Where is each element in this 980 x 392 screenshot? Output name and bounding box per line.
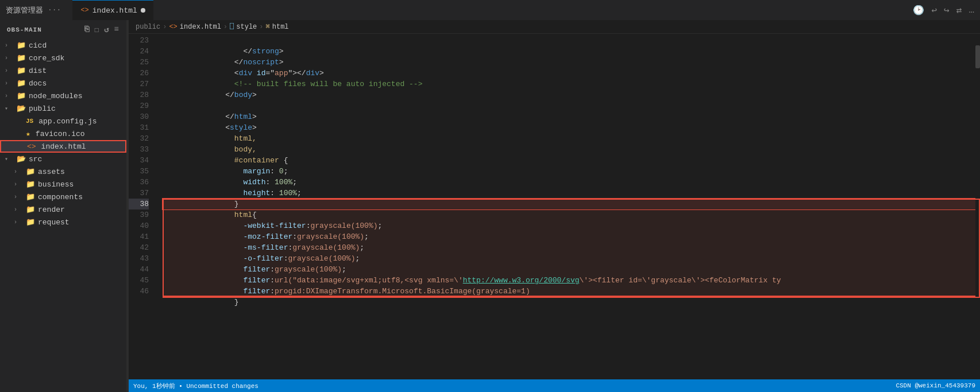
sidebar-item-label: node_modules — [29, 92, 83, 100]
forward-icon[interactable]: ⇄ — [956, 5, 962, 16]
sidebar-item-node-modules[interactable]: 📁 node_modules — [0, 90, 126, 102]
unsaved-dot — [141, 8, 145, 13]
statusbar: You, 1秒钟前 • Uncommitted changes CSDN @we… — [129, 379, 980, 392]
sidebar-item-assets[interactable]: 📁 assets — [0, 165, 126, 178]
new-file-icon[interactable]: ⎘ — [84, 25, 90, 34]
breadcrumb-public[interactable]: public — [136, 23, 160, 31]
breadcrumb-sep-1: › — [163, 23, 167, 31]
code-line-30: <style> — [163, 111, 975, 122]
breadcrumb-html-tag[interactable]: html — [272, 23, 289, 31]
js-file-icon: JS — [26, 118, 33, 125]
history-icon[interactable]: 🕑 — [913, 5, 924, 16]
code-line-29: </html> — [163, 100, 975, 111]
arrow-icon — [14, 169, 23, 175]
sidebar-item-index-html[interactable]: <> index.html — [0, 140, 126, 153]
undo-icon[interactable]: ↩ — [931, 5, 937, 16]
sidebar-item-label: assets — [38, 168, 65, 176]
main-area: OBS-MAIN ⎘ ☐ ↺ ≡ 📁 cicd 📁 — [0, 20, 980, 392]
tab-label: index.html — [92, 6, 137, 15]
sidebar-item-app-config[interactable]: JS app.config.js — [0, 115, 126, 127]
arrow-icon — [14, 194, 23, 200]
new-folder-icon[interactable]: ☐ — [94, 25, 99, 34]
arrow-icon — [5, 156, 14, 162]
folder-icon: 📁 — [26, 218, 35, 227]
sidebar-actions: ⎘ ☐ ↺ ≡ — [84, 25, 119, 34]
folder-icon: 📁 — [26, 180, 35, 189]
folder-icon: 📁 — [17, 41, 26, 50]
sidebar-item-public[interactable]: 📂 public — [0, 102, 126, 115]
collapse-icon[interactable]: ≡ — [114, 25, 119, 34]
arrow-icon — [5, 55, 14, 61]
sidebar-item-components[interactable]: 📁 components — [0, 191, 126, 203]
sidebar-header: OBS-MAIN ⎘ ☐ ↺ ≡ — [0, 20, 126, 39]
arrow-icon — [5, 42, 14, 49]
code-line-39: -webkit-filter:grayscale(100%); — [163, 209, 975, 220]
html-file-icon: <> — [80, 6, 88, 14]
editor-scrollbar[interactable] — [975, 34, 980, 379]
sidebar-label: 资源管理器 ··· — [6, 5, 61, 15]
breadcrumb-sep-2: › — [223, 23, 227, 31]
scrollbar-thumb[interactable] — [975, 45, 980, 68]
sidebar-item-request[interactable]: 📁 request — [0, 216, 126, 228]
redo-icon[interactable]: ↪ — [944, 5, 950, 16]
sidebar-item-label: src — [29, 155, 42, 164]
sidebar-item-favicon[interactable]: ★ favicon.ico — [0, 127, 126, 140]
sidebar-item-cicd[interactable]: 📁 cicd — [0, 39, 126, 52]
html-file-icon: <> — [27, 142, 36, 151]
tab-bar: <> index.html — [72, 0, 913, 20]
folder-icon: 📁 — [17, 79, 26, 88]
code-line-32: body, — [163, 133, 975, 144]
folder-icon: 📁 — [26, 192, 35, 201]
folder-icon: 📁 — [17, 66, 26, 75]
sidebar-item-label: favicon.ico — [36, 130, 85, 138]
sidebar-item-dist[interactable]: 📁 dist — [0, 64, 126, 77]
code-editor[interactable]: 23 24 25 26 27 28 29 30 31 32 33 34 35 3… — [129, 34, 980, 379]
editor-actions: 🕑 ↩ ↪ ⇄ … — [913, 5, 974, 16]
code-line-28 — [163, 90, 975, 100]
sidebar-item-label: render — [38, 205, 65, 214]
sidebar-item-label: request — [38, 218, 70, 227]
folder-icon: 📁 — [26, 205, 35, 214]
arrow-icon — [14, 181, 23, 188]
tab-index-html[interactable]: <> index.html — [72, 0, 153, 20]
sidebar-item-label: public — [29, 104, 56, 113]
sidebar-item-label: dist — [29, 67, 47, 75]
star-icon: ★ — [26, 129, 30, 138]
sidebar-item-docs[interactable]: 📁 docs — [0, 77, 126, 90]
sidebar-item-core-sdk[interactable]: 📁 core_sdk — [0, 52, 126, 64]
code-lines[interactable]: </strong> </noscript> <div id="app"></di… — [155, 34, 975, 379]
editor-area: public › <> index.html › ⎕ style › ⌘ htm… — [129, 20, 980, 392]
sidebar-item-label: docs — [29, 79, 47, 88]
menu-dots[interactable]: ··· — [48, 6, 61, 14]
split-editor-icon[interactable]: … — [969, 5, 974, 15]
folder-open-icon: 📂 — [17, 154, 26, 164]
watermark: CSDN @weixin_45439379 — [896, 382, 975, 389]
breadcrumb: public › <> index.html › ⎕ style › ⌘ htm… — [129, 20, 980, 34]
breadcrumb-style[interactable]: style — [236, 23, 257, 31]
code-line-38: html{ — [163, 199, 975, 209]
code-line-25: <div id="app"></div> — [163, 57, 975, 68]
code-line-24: </noscript> — [163, 46, 975, 57]
file-tree: 📁 cicd 📁 core_sdk 📁 dist — [0, 39, 126, 392]
sidebar-item-label: business — [38, 180, 74, 189]
sidebar-item-label: cicd — [29, 41, 47, 50]
folder-open-icon: 📂 — [17, 104, 26, 113]
sidebar-item-label: app.config.js — [38, 117, 97, 126]
breadcrumb-html-icon: <> — [169, 23, 177, 31]
refresh-icon[interactable]: ↺ — [104, 25, 109, 34]
folder-icon: 📁 — [17, 53, 26, 63]
code-line-33: #container { — [163, 144, 975, 155]
sidebar: OBS-MAIN ⎘ ☐ ↺ ≡ 📁 cicd 📁 — [0, 20, 126, 392]
breadcrumb-style-icon: ⎕ — [230, 22, 234, 31]
breadcrumb-index-html[interactable]: index.html — [180, 23, 221, 31]
sidebar-item-src[interactable]: 📂 src — [0, 153, 126, 165]
arrow-icon — [5, 105, 14, 112]
sidebar-item-business[interactable]: 📁 business — [0, 178, 126, 191]
arrow-icon — [5, 93, 14, 99]
project-name: OBS-MAIN — [7, 26, 42, 33]
arrow-icon — [5, 68, 14, 74]
sidebar-item-render[interactable]: 📁 render — [0, 203, 126, 216]
sidebar-item-label: components — [38, 193, 83, 201]
titlebar: 资源管理器 ··· <> index.html 🕑 ↩ ↪ ⇄ … — [0, 0, 980, 20]
breadcrumb-sep-3: › — [259, 23, 263, 31]
